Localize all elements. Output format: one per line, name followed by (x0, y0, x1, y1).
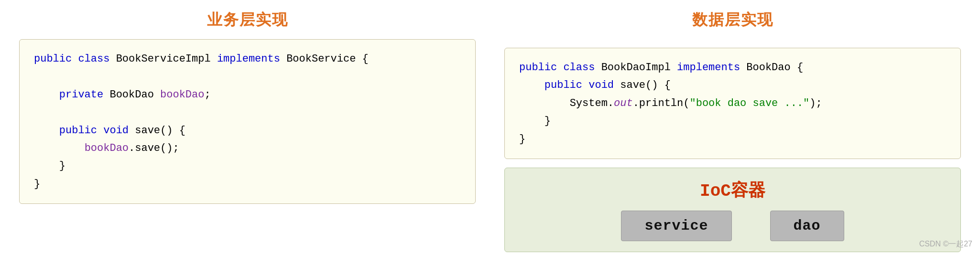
left-panel: 业务层实现 public class BookServiceImpl imple… (19, 10, 476, 204)
ioc-title: IoC容器 (700, 179, 765, 202)
right-panel-title: 数据层实现 (692, 10, 773, 31)
left-code-box: public class BookServiceImpl implements … (19, 39, 476, 204)
ioc-beans: service dao (519, 211, 946, 241)
left-panel-title: 业务层实现 (207, 10, 288, 31)
right-code-box: public class BookDaoImpl implements Book… (504, 48, 961, 159)
dao-bean: dao (770, 211, 844, 241)
ioc-container: IoC容器 service dao (504, 168, 961, 252)
service-bean: service (621, 211, 731, 241)
watermark: CSDN ©一起27 (919, 239, 972, 249)
right-panel: 数据层实现 public class BookDaoImpl implement… (504, 10, 961, 252)
